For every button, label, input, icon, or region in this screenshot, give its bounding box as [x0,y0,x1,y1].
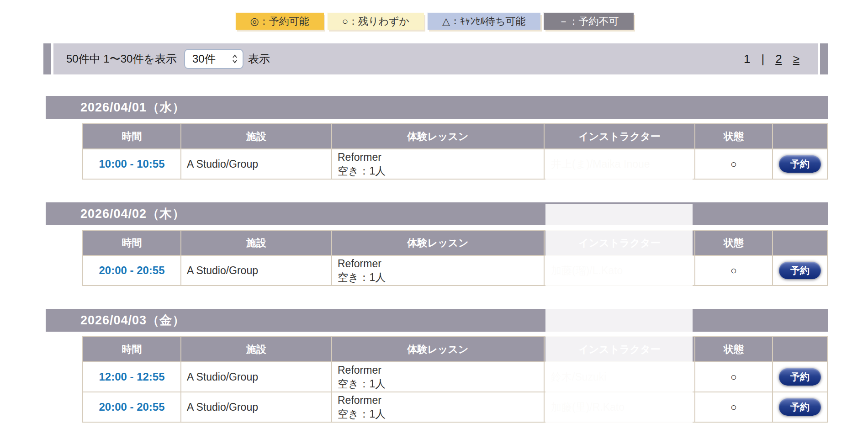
column-header-facility: 施設 [181,124,332,149]
availability-label: 空き：1人 [338,164,544,178]
legend-item-label: －：予約不可 [559,15,619,28]
day-section: 2026/04/02（木） 時間 施設 体験レッスン インストラクター 状態 2… [0,202,868,286]
time-link[interactable]: 20:00 - 20:55 [99,264,164,276]
table-header-row: 時間 施設 体験レッスン インストラクター 状態 [83,124,827,149]
lesson-cell: Reformer 空き：1人 [332,255,544,286]
status-cell: ○ [695,392,773,422]
facility-cell: A Studio/Group [181,362,332,392]
status-symbol: ○ [730,158,737,170]
legend-item-label: ◎：予約可能 [250,15,309,28]
schedule-sections: 2026/04/01（水） 時間 施設 体験レッスン インストラクター 状態 1… [0,96,868,434]
date-header-label: 2026/04/02（木） [80,206,185,222]
page-navigation: 1 | 2 ≥ [744,52,799,66]
legend-item-label: △：ｷｬﾝｾﾙ待ち可能 [442,15,525,28]
action-cell: 予約 [773,362,827,392]
schedule-table: 時間 施設 体験レッスン インストラクター 状態 12:00 - 12:55 A… [82,336,828,423]
reserve-button[interactable]: 予約 [779,155,821,173]
status-cell: ○ [695,149,773,179]
pagination-bar-left-cap [43,43,51,74]
lesson-cell: Reformer 空き：1人 [332,392,544,422]
legend-item: ◎：予約可能 [235,12,324,30]
per-page-selected-value: 30件 [192,52,216,66]
result-count-summary: 50件中 1〜30件を表示 [66,52,177,66]
date-header-label: 2026/04/01（水） [80,99,185,116]
day-section: 2026/04/01（水） 時間 施設 体験レッスン インストラクター 状態 1… [0,96,868,180]
time-link[interactable]: 12:00 - 12:55 [99,370,164,383]
column-header-status: 状態 [695,124,773,149]
time-cell: 12:00 - 12:55 [83,362,181,392]
reserve-button[interactable]: 予約 [779,368,821,386]
legend-item: △：ｷｬﾝｾﾙ待ち可能 [427,12,540,30]
per-page-suffix-label: 表示 [248,52,270,66]
action-cell: 予約 [773,149,827,179]
column-header-status: 状態 [695,337,773,362]
instructor-redaction-overlay [545,151,693,184]
column-header-lesson: 体験レッスン [332,230,544,255]
action-cell: 予約 [773,392,827,422]
date-header: 2026/04/03（金） [46,309,828,332]
reserve-button[interactable]: 予約 [779,262,821,279]
facility-cell: A Studio/Group [181,392,332,422]
column-header-lesson: 体験レッスン [332,124,544,149]
column-header-time: 時間 [83,337,181,362]
time-link[interactable]: 20:00 - 20:55 [99,401,164,413]
reserve-button[interactable]: 予約 [779,398,821,416]
time-cell: 20:00 - 20:55 [83,392,181,422]
status-symbol: ○ [730,265,737,276]
legend-item-label: ○：残りわずか [342,15,409,28]
lesson-name: Reformer [338,393,544,407]
status-cell: ○ [695,255,773,286]
date-header-label: 2026/04/03（金） [80,312,185,328]
status-symbol: ○ [730,401,737,413]
availability-label: 空き：1人 [338,407,544,421]
date-header: 2026/04/02（木） [46,202,828,225]
table-header-row: 時間 施設 体験レッスン インストラクター 状態 [83,230,827,255]
column-header-action [773,124,827,149]
page-2-link[interactable]: 2 [775,52,782,66]
lesson-row: 10:00 - 10:55 A Studio/Group Reformer 空き… [83,149,827,179]
lesson-row: 20:00 - 20:55 A Studio/Group Reformer 空き… [83,255,827,286]
current-page-number: 1 [744,52,750,66]
column-header-lesson: 体験レッスン [332,337,544,362]
schedule-table: 時間 施設 体験レッスン インストラクター 状態 10:00 - 10:55 A… [82,123,828,180]
day-section: 2026/04/03（金） 時間 施設 体験レッスン インストラクター 状態 1… [0,309,868,423]
page-separator: | [761,52,764,66]
facility-cell: A Studio/Group [181,149,332,179]
pagination-bar-right-cap [820,43,828,74]
column-header-action [773,230,827,255]
column-header-instructor: インストラクター [544,124,695,149]
column-header-facility: 施設 [181,230,332,255]
status-symbol: ○ [730,371,737,383]
facility-label: A Studio/Group [187,158,258,170]
pagination-bar: 50件中 1〜30件を表示 30件 表示 1 | 2 ≥ [43,43,828,74]
lesson-cell: Reformer 空き：1人 [332,362,544,392]
lesson-row: 20:00 - 20:55 A Studio/Group Reformer 空き… [83,392,827,422]
per-page-select[interactable]: 30件 [184,49,243,69]
action-cell: 予約 [773,255,827,286]
availability-label: 空き：1人 [338,270,544,284]
legend-item: －：予約不可 [543,12,634,30]
instructor-redaction-overlay [545,204,693,433]
status-cell: ○ [695,362,773,392]
column-header-time: 時間 [83,124,181,149]
legend-item: ○：残りわずか [327,12,424,30]
next-page-arrow-link[interactable]: ≥ [793,52,799,66]
lesson-name: Reformer [338,257,544,270]
lesson-name: Reformer [338,150,544,164]
table-header-row: 時間 施設 体験レッスン インストラクター 状態 [83,337,827,362]
lesson-row: 12:00 - 12:55 A Studio/Group Reformer 空き… [83,362,827,392]
facility-label: A Studio/Group [187,401,258,413]
updown-chevron-icon [232,53,238,64]
facility-label: A Studio/Group [187,371,258,383]
lesson-name: Reformer [338,363,544,377]
pagination-bar-body: 50件中 1〜30件を表示 30件 表示 1 | 2 ≥ [53,43,818,74]
time-cell: 20:00 - 20:55 [83,255,181,286]
time-cell: 10:00 - 10:55 [83,149,181,179]
lesson-cell: Reformer 空き：1人 [332,149,544,179]
column-header-status: 状態 [695,230,773,255]
column-header-action [773,337,827,362]
status-legend: ◎：予約可能 ○：残りわずか △：ｷｬﾝｾﾙ待ち可能 －：予約不可 [0,12,868,30]
schedule-table: 時間 施設 体験レッスン インストラクター 状態 20:00 - 20:55 A… [82,230,828,286]
column-header-facility: 施設 [181,337,332,362]
time-link[interactable]: 10:00 - 10:55 [99,158,164,170]
